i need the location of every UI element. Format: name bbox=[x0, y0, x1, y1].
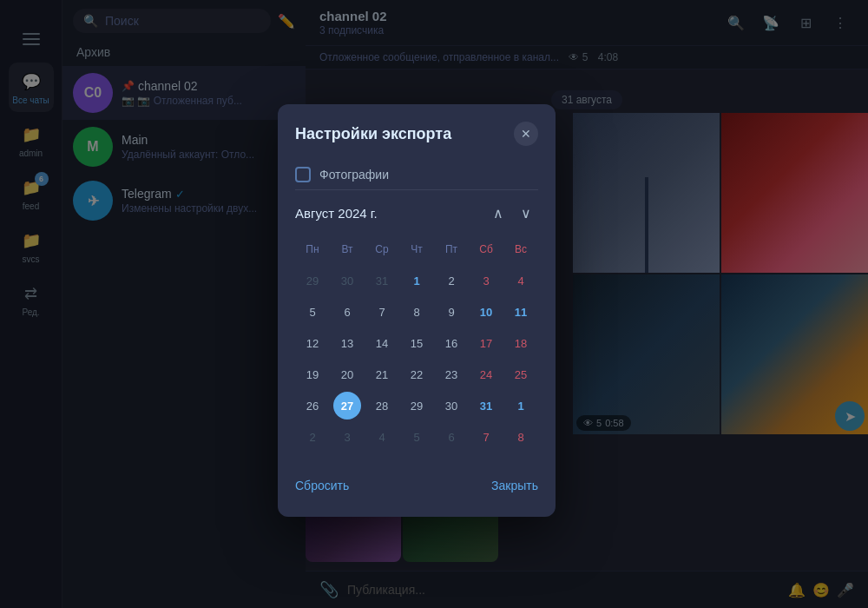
calendar-nav: Август 2024 г. ∧ ∨ bbox=[295, 201, 538, 225]
cal-day[interactable]: 20 bbox=[333, 360, 361, 388]
prev-month-button[interactable]: ∧ bbox=[486, 201, 510, 225]
cal-day[interactable]: 15 bbox=[403, 329, 431, 357]
calendar-week-2: 5 6 7 8 9 10 11 bbox=[295, 298, 538, 326]
cal-day[interactable]: 4 bbox=[507, 267, 535, 294]
weekday-sb: Сб bbox=[472, 235, 500, 263]
weekday-pt: Пт bbox=[437, 235, 465, 263]
cal-day[interactable]: 5 bbox=[403, 423, 431, 451]
cal-day[interactable]: 19 bbox=[299, 360, 326, 388]
calendar-grid: Пн Вт Ср Чт Пт Сб Вс 29 30 31 1 2 bbox=[295, 235, 538, 451]
weekday-vs: Вс bbox=[507, 235, 535, 263]
cal-day[interactable]: 11 bbox=[507, 298, 535, 326]
cal-day[interactable]: 14 bbox=[368, 329, 396, 357]
cal-day[interactable]: 24 bbox=[472, 360, 500, 388]
weekday-vt: Вт bbox=[333, 235, 361, 263]
cal-day[interactable]: 31 bbox=[472, 392, 500, 420]
export-modal: Настройки экспорта ✕ Фотографии Август 2… bbox=[278, 104, 556, 517]
cal-day[interactable]: 8 bbox=[403, 298, 431, 326]
cal-day[interactable]: 1 bbox=[507, 392, 535, 420]
weekday-sr: Ср bbox=[368, 235, 396, 263]
cal-day[interactable]: 2 bbox=[299, 423, 326, 451]
calendar-nav-buttons: ∧ ∨ bbox=[486, 201, 538, 225]
cal-day[interactable]: 25 bbox=[507, 360, 535, 388]
cal-day[interactable]: 6 bbox=[333, 298, 361, 326]
modal-footer: Сбросить Закрыть bbox=[278, 465, 556, 517]
cal-day[interactable]: 28 bbox=[368, 392, 396, 420]
cal-day[interactable]: 6 bbox=[437, 423, 465, 451]
photos-checkbox-row: Фотографии bbox=[295, 160, 538, 190]
cal-day[interactable]: 7 bbox=[368, 298, 396, 326]
weekday-header-row: Пн Вт Ср Чт Пт Сб Вс bbox=[295, 235, 538, 263]
cal-day[interactable]: 31 bbox=[368, 267, 396, 294]
photos-checkbox[interactable] bbox=[295, 167, 311, 182]
cal-day[interactable]: 30 bbox=[333, 267, 361, 294]
calendar-week-6: 2 3 4 5 6 7 8 bbox=[295, 423, 538, 451]
modal-title: Настройки экспорта bbox=[295, 125, 451, 143]
calendar-week-4: 19 20 21 22 23 24 25 bbox=[295, 360, 538, 388]
cal-day[interactable]: 1 bbox=[403, 267, 431, 294]
cal-day[interactable]: 5 bbox=[299, 298, 326, 326]
cal-day[interactable]: 26 bbox=[299, 392, 326, 420]
cal-day[interactable]: 16 bbox=[437, 329, 465, 357]
cal-day[interactable]: 3 bbox=[472, 267, 500, 294]
cal-day[interactable]: 2 bbox=[437, 267, 465, 294]
calendar-week-5: 26 27 28 29 30 31 1 bbox=[295, 392, 538, 420]
cal-day[interactable]: 29 bbox=[403, 392, 431, 420]
reset-button[interactable]: Сбросить bbox=[295, 472, 349, 499]
cal-day[interactable]: 30 bbox=[437, 392, 465, 420]
cal-day[interactable]: 9 bbox=[437, 298, 465, 326]
close-button[interactable]: Закрыть bbox=[491, 472, 538, 499]
modal-close-button[interactable]: ✕ bbox=[514, 122, 538, 146]
calendar: Август 2024 г. ∧ ∨ Пн Вт Ср Чт Пт Сб bbox=[295, 201, 538, 451]
calendar-week-3: 12 13 14 15 16 17 18 bbox=[295, 329, 538, 357]
cal-day[interactable]: 8 bbox=[507, 423, 535, 451]
calendar-month: Август 2024 г. bbox=[295, 206, 378, 221]
weekday-cht: Чт bbox=[403, 235, 431, 263]
cal-day[interactable]: 21 bbox=[368, 360, 396, 388]
cal-day[interactable]: 4 bbox=[368, 423, 396, 451]
cal-day[interactable]: 17 bbox=[472, 329, 500, 357]
modal-overlay[interactable]: Настройки экспорта ✕ Фотографии Август 2… bbox=[0, 0, 868, 608]
cal-day[interactable]: 18 bbox=[507, 329, 535, 357]
cal-day[interactable]: 3 bbox=[333, 423, 361, 451]
cal-day[interactable]: 22 bbox=[403, 360, 431, 388]
cal-day[interactable]: 7 bbox=[472, 423, 500, 451]
modal-header: Настройки экспорта ✕ bbox=[278, 104, 556, 160]
cal-day[interactable]: 23 bbox=[437, 360, 465, 388]
modal-content: Фотографии Август 2024 г. ∧ ∨ Пн Вт bbox=[278, 160, 556, 451]
weekday-pn: Пн bbox=[299, 235, 326, 263]
cal-day-selected[interactable]: 27 bbox=[333, 392, 361, 420]
next-month-button[interactable]: ∨ bbox=[514, 201, 538, 225]
cal-day[interactable]: 12 bbox=[299, 329, 326, 357]
cal-day[interactable]: 13 bbox=[333, 329, 361, 357]
cal-day[interactable]: 29 bbox=[299, 267, 326, 294]
photos-label: Фотографии bbox=[319, 168, 389, 182]
calendar-week-1: 29 30 31 1 2 3 4 bbox=[295, 267, 538, 294]
cal-day[interactable]: 10 bbox=[472, 298, 500, 326]
